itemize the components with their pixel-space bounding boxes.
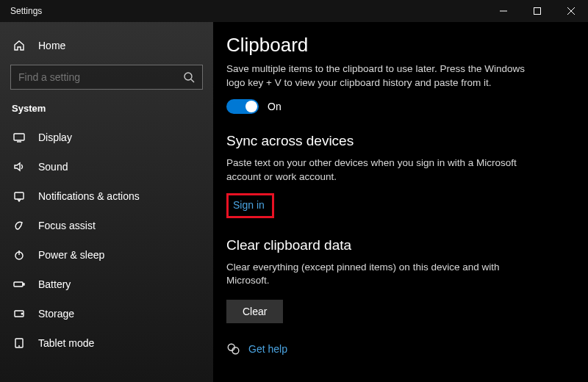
- search-field[interactable]: [10, 65, 203, 90]
- sidebar-item-label: Battery: [38, 278, 71, 290]
- signin-highlight: Sign in: [226, 193, 274, 218]
- svg-rect-8: [15, 192, 24, 199]
- sidebar-item-power-sleep[interactable]: Power & sleep: [0, 240, 213, 270]
- signin-link[interactable]: Sign in: [233, 199, 265, 211]
- home-icon: [12, 38, 26, 53]
- battery-icon: [12, 277, 26, 292]
- close-button[interactable]: [554, 0, 588, 22]
- nav-list: Display Sound Notifications & actions Fo…: [0, 123, 213, 358]
- sync-heading: Sync across devices: [226, 133, 567, 149]
- search-input[interactable]: [18, 71, 183, 83]
- clear-desc: Clear everything (except pinned items) o…: [226, 261, 535, 289]
- sidebar-item-label: Power & sleep: [38, 249, 104, 261]
- help-icon: [226, 342, 240, 356]
- get-help-link[interactable]: Get help: [248, 343, 287, 355]
- svg-rect-11: [14, 282, 23, 286]
- sidebar-item-label: Notifications & actions: [38, 190, 140, 202]
- settings-window: Settings Home: [0, 0, 588, 382]
- sound-icon: [12, 159, 26, 174]
- titlebar: Settings: [0, 0, 588, 22]
- help-row: Get help: [226, 342, 567, 356]
- svg-point-14: [21, 313, 23, 314]
- svg-rect-6: [14, 134, 24, 140]
- sidebar-item-label: Display: [38, 131, 72, 143]
- page-title: Clipboard: [226, 34, 567, 57]
- sidebar-item-storage[interactable]: Storage: [0, 299, 213, 328]
- window-controls: [487, 0, 588, 22]
- home-nav[interactable]: Home: [0, 31, 213, 60]
- section-label: System: [0, 97, 213, 123]
- sidebar-item-sound[interactable]: Sound: [0, 152, 213, 181]
- sidebar-item-display[interactable]: Display: [0, 123, 213, 152]
- svg-rect-12: [23, 284, 24, 285]
- sidebar-item-battery[interactable]: Battery: [0, 270, 213, 299]
- tablet-icon: [12, 336, 26, 350]
- window-title: Settings: [10, 6, 487, 16]
- notifications-icon: [12, 189, 26, 203]
- display-icon: [12, 130, 26, 145]
- minimize-button[interactable]: [487, 0, 520, 22]
- svg-line-5: [191, 79, 194, 82]
- sidebar: Home System Display Sound: [0, 22, 213, 382]
- power-icon: [12, 248, 26, 262]
- sync-desc: Paste text on your other devices when yo…: [226, 156, 535, 184]
- sidebar-item-focus-assist[interactable]: Focus assist: [0, 211, 213, 240]
- sidebar-item-tablet-mode[interactable]: Tablet mode: [0, 328, 213, 358]
- svg-rect-1: [534, 8, 541, 15]
- sidebar-item-notifications[interactable]: Notifications & actions: [0, 181, 213, 211]
- clear-button[interactable]: Clear: [226, 300, 283, 323]
- svg-point-4: [184, 73, 192, 80]
- search-container: [0, 65, 213, 90]
- search-icon: [183, 71, 195, 83]
- home-label: Home: [38, 40, 65, 51]
- window-body: Home System Display Sound: [0, 22, 588, 382]
- clear-heading: Clear clipboard data: [226, 237, 567, 253]
- clipboard-history-toggle[interactable]: [226, 99, 259, 114]
- clipboard-history-toggle-row: On: [226, 99, 567, 114]
- focus-assist-icon: [12, 218, 26, 233]
- toggle-state-label: On: [268, 101, 282, 112]
- clipboard-history-desc: Save multiple items to the clipboard to …: [226, 62, 535, 90]
- content-pane: Clipboard Save multiple items to the cli…: [213, 22, 588, 382]
- sidebar-item-label: Focus assist: [38, 220, 96, 231]
- maximize-button[interactable]: [520, 0, 554, 22]
- sidebar-item-label: Storage: [38, 308, 74, 320]
- sidebar-item-label: Tablet mode: [38, 337, 94, 349]
- sidebar-item-label: Sound: [38, 161, 68, 173]
- storage-icon: [12, 306, 26, 321]
